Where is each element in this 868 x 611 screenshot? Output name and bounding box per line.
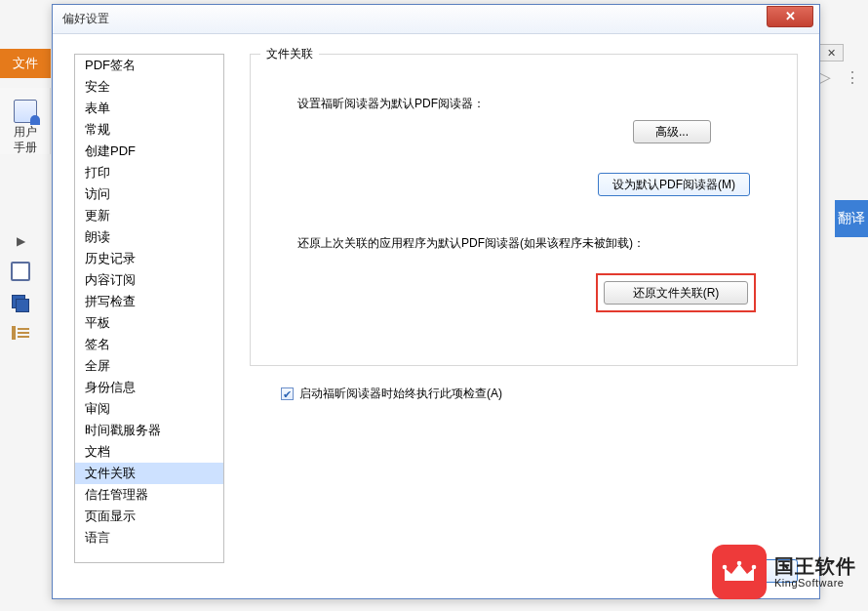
left-ribbon: 文件 用户 手册 xyxy=(0,49,51,224)
manual-icon xyxy=(14,100,37,123)
user-manual-label-2: 手册 xyxy=(14,141,37,154)
close-icon: ✕ xyxy=(785,9,796,23)
set-default-pdf-reader-button[interactable]: 设为默认PDF阅读器(M) xyxy=(598,173,750,196)
svg-point-2 xyxy=(752,565,757,570)
category-item[interactable]: 常规 xyxy=(75,119,223,141)
category-item[interactable]: 审阅 xyxy=(75,398,223,420)
category-item[interactable]: 安全 xyxy=(75,76,223,98)
category-item[interactable]: 平板 xyxy=(75,312,223,334)
app-window-close[interactable]: ✕ xyxy=(818,44,844,61)
list-icon[interactable] xyxy=(12,326,29,340)
category-list[interactable]: PDF签名安全表单常规创建PDF打印访问更新朗读历史记录内容订阅拼写检查平板签名… xyxy=(74,54,224,563)
watermark-logo: 国王软件 KingSoftware xyxy=(712,545,856,599)
category-item[interactable]: 表单 xyxy=(75,98,223,119)
file-tab[interactable]: 文件 xyxy=(0,49,51,78)
user-manual-label-1: 用户 xyxy=(14,125,37,139)
dialog-titlebar: 偏好设置 ✕ xyxy=(53,5,819,34)
set-default-label: 设置福昕阅读器为默认PDF阅读器： xyxy=(297,96,769,112)
svg-point-0 xyxy=(723,565,728,570)
category-item[interactable]: 更新 xyxy=(75,205,223,226)
left-toolstrip: ▶ xyxy=(4,234,37,340)
category-item[interactable]: 全屏 xyxy=(75,355,223,377)
category-item[interactable]: 信任管理器 xyxy=(75,484,223,506)
restore-file-association-button[interactable]: 还原文件关联(R) xyxy=(604,281,748,305)
category-item[interactable]: 拼写检查 xyxy=(75,291,223,312)
svg-point-1 xyxy=(737,561,742,566)
category-item[interactable]: 文件关联 xyxy=(75,463,223,484)
category-item[interactable]: 签名 xyxy=(75,334,223,355)
watermark-cn: 国王软件 xyxy=(774,555,856,577)
app-window-buttons: ✕ xyxy=(818,44,844,61)
translate-panel-tab[interactable]: 翻译 xyxy=(835,200,868,237)
ribbon-vertical: 用户 手册 xyxy=(0,88,51,154)
dots-icon[interactable]: ⋮ xyxy=(845,68,860,87)
restore-highlight: 还原文件关联(R) xyxy=(596,273,756,312)
startup-check-row[interactable]: ✔ 启动福昕阅读器时始终执行此项检查(A) xyxy=(281,386,798,402)
category-item[interactable]: 访问 xyxy=(75,183,223,205)
category-item[interactable]: 内容订阅 xyxy=(75,269,223,291)
user-manual-button[interactable]: 用户 手册 xyxy=(14,100,37,154)
settings-pane: 文件关联 设置福昕阅读器为默认PDF阅读器： 高级... 设为默认PDF阅读器(… xyxy=(250,54,798,544)
group-legend: 文件关联 xyxy=(260,46,319,62)
right-nav-icons: ▷ ⋮ xyxy=(817,66,860,88)
category-item[interactable]: PDF签名 xyxy=(75,55,223,76)
category-item[interactable]: 语言 xyxy=(75,527,223,549)
advanced-button[interactable]: 高级... xyxy=(633,120,711,143)
category-item[interactable]: 文档 xyxy=(75,441,223,463)
watermark-en: KingSoftware xyxy=(774,577,856,589)
preferences-dialog: 偏好设置 ✕ PDF签名安全表单常规创建PDF打印访问更新朗读历史记录内容订阅拼… xyxy=(52,4,820,599)
dialog-body: PDF签名安全表单常规创建PDF打印访问更新朗读历史记录内容订阅拼写检查平板签名… xyxy=(53,34,819,598)
page-icon[interactable] xyxy=(11,262,30,281)
file-association-group: 文件关联 设置福昕阅读器为默认PDF阅读器： 高级... 设为默认PDF阅读器(… xyxy=(250,54,798,366)
startup-check-label: 启动福昕阅读器时始终执行此项检查(A) xyxy=(299,386,502,402)
copies-icon[interactable] xyxy=(12,295,29,312)
category-item[interactable]: 时间戳服务器 xyxy=(75,420,223,441)
category-item[interactable]: 身份信息 xyxy=(75,377,223,398)
restore-association-label: 还原上次关联的应用程序为默认PDF阅读器(如果该程序未被卸载)： xyxy=(297,235,769,252)
category-item[interactable]: 历史记录 xyxy=(75,248,223,269)
watermark-text: 国王软件 KingSoftware xyxy=(774,555,856,589)
chevron-right-icon[interactable]: ▶ xyxy=(17,234,25,248)
category-item[interactable]: 打印 xyxy=(75,162,223,183)
startup-check-checkbox[interactable]: ✔ xyxy=(281,387,294,400)
category-item[interactable]: 创建PDF xyxy=(75,141,223,162)
category-item[interactable]: 朗读 xyxy=(75,226,223,248)
category-item[interactable]: 页面显示 xyxy=(75,506,223,527)
dialog-close-button[interactable]: ✕ xyxy=(767,6,813,27)
dialog-title: 偏好设置 xyxy=(62,11,109,27)
crown-logo-icon xyxy=(712,545,767,599)
